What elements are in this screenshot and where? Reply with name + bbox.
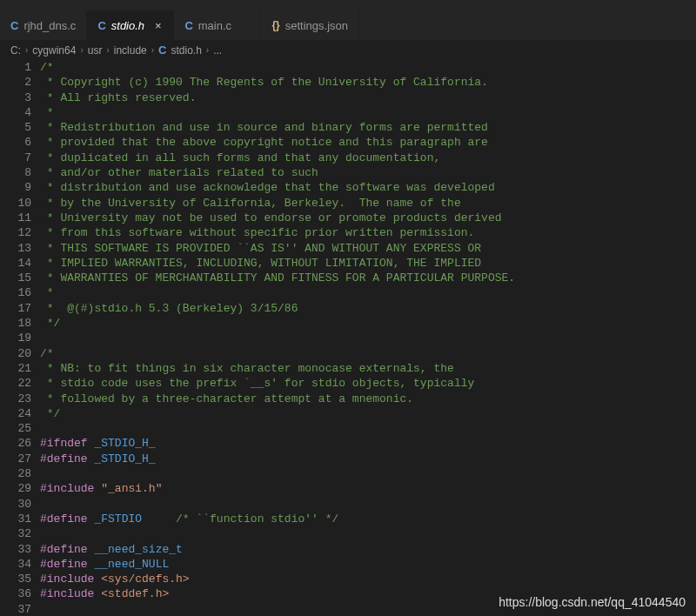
comment-text: * and/or other materials related to such (40, 166, 318, 179)
breadcrumb: C:›cygwin64›usr›include›Cstdio.h›... (0, 40, 696, 60)
preproc-keyword: #define (40, 452, 88, 465)
line-number: 32 (0, 526, 31, 541)
code-line[interactable]: * and/or other materials related to such (40, 165, 696, 180)
breadcrumb-segment[interactable]: include (114, 44, 147, 57)
code-line[interactable] (40, 497, 696, 512)
line-number: 16 (0, 285, 31, 300)
comment-text: * from this software without specific pr… (40, 226, 474, 239)
preproc-keyword: #include (40, 572, 94, 586)
line-number: 9 (0, 180, 31, 195)
c-file-icon: C (10, 19, 18, 32)
comment-text: * followed by a three-character attempt … (40, 392, 413, 405)
comment-text: * distribution and use acknowledge that … (40, 181, 495, 194)
code-line[interactable]: * (40, 285, 696, 300)
comment-text: * NB: to fit things in six character mon… (40, 362, 454, 375)
code-content[interactable]: /* * Copyright (c) 1990 The Regents of t… (40, 60, 696, 616)
line-number: 13 (0, 241, 31, 256)
chevron-right-icon: › (25, 45, 28, 55)
code-line[interactable]: * stdio code uses the prefix `__s' for s… (40, 376, 696, 391)
code-line[interactable]: #ifndef _STDIO_H_ (40, 436, 696, 451)
comment-text: * stdio code uses the prefix `__s' for s… (40, 377, 474, 390)
tab-main-c[interactable]: Cmain.c (174, 10, 261, 40)
code-line[interactable]: * IMPLIED WARRANTIES, INCLUDING, WITHOUT… (40, 256, 696, 271)
macro-ident: _STDIO_H_ (94, 437, 155, 450)
line-number: 28 (0, 466, 31, 481)
preproc-keyword: #define (40, 558, 88, 571)
comment-text: /* (40, 61, 54, 74)
code-line[interactable] (40, 331, 696, 345)
code-line[interactable]: * All rights reserved. (40, 90, 696, 105)
tab-rjhd_dns-c[interactable]: Crjhd_dns.c (0, 10, 87, 40)
comment-text: */ (40, 317, 60, 330)
macro-ident: _FSTDIO (94, 512, 142, 526)
preproc-keyword: #ifndef (40, 437, 88, 450)
code-line[interactable]: #define __need_NULL (40, 557, 696, 572)
comment-text: * @(#)stdio.h 5.3 (Berkeley) 3/15/86 (40, 302, 298, 315)
chevron-right-icon: › (106, 45, 109, 55)
tab-label: main.c (198, 19, 231, 32)
code-line[interactable]: * provided that the above copyright noti… (40, 135, 696, 150)
breadcrumb-segment[interactable]: C: (10, 44, 21, 57)
line-number: 36 (0, 586, 31, 601)
code-line[interactable]: * (40, 105, 696, 120)
code-line[interactable]: #include "_ansi.h" (40, 481, 696, 496)
include-target: <stddef.h> (101, 587, 169, 600)
editor-tabs: Crjhd_dns.cCstdio.h×Cmain.c{}settings.js… (0, 10, 696, 40)
comment-text: * University may not be used to endorse … (40, 211, 502, 224)
line-number: 17 (0, 301, 31, 316)
code-line[interactable]: * University may not be used to endorse … (40, 211, 696, 225)
chevron-right-icon: › (80, 45, 83, 55)
breadcrumb-segment[interactable]: ... (213, 44, 222, 57)
code-line[interactable]: #define __need_size_t (40, 542, 696, 557)
include-target: "_ansi.h" (101, 482, 162, 495)
line-number: 21 (0, 361, 31, 376)
code-line[interactable]: /* (40, 346, 696, 361)
code-line[interactable]: * NB: to fit things in six character mon… (40, 361, 696, 376)
code-line[interactable]: * Copyright (c) 1990 The Regents of the … (40, 75, 696, 90)
tab-settings-json[interactable]: {}settings.json (261, 10, 359, 40)
preproc-keyword: #define (40, 512, 88, 526)
code-line[interactable]: /* (40, 60, 696, 75)
breadcrumb-segment[interactable]: stdio.h (171, 44, 202, 57)
line-number: 37 (0, 602, 31, 616)
code-line[interactable]: * THIS SOFTWARE IS PROVIDED ``AS IS'' AN… (40, 241, 696, 256)
macro-ident: __need_size_t (94, 543, 182, 556)
line-number: 26 (0, 436, 31, 451)
tab-stdio-h[interactable]: Cstdio.h× (87, 10, 174, 40)
code-line[interactable]: */ (40, 316, 696, 331)
code-line[interactable] (40, 602, 696, 616)
code-line[interactable]: #include <sys/cdefs.h> (40, 572, 696, 586)
breadcrumb-segment[interactable]: cygwin64 (32, 44, 76, 57)
code-line[interactable]: */ (40, 406, 696, 421)
code-line[interactable]: * followed by a three-character attempt … (40, 392, 696, 406)
code-line[interactable] (40, 526, 696, 541)
code-line[interactable]: * WARRANTIES OF MERCHANTABILITY AND FITN… (40, 271, 696, 285)
code-line[interactable]: * @(#)stdio.h 5.3 (Berkeley) 3/15/86 (40, 301, 696, 316)
chevron-right-icon: › (151, 45, 154, 55)
code-line[interactable]: * distribution and use acknowledge that … (40, 180, 696, 195)
comment-text: * WARRANTIES OF MERCHANTABILITY AND FITN… (40, 271, 515, 285)
code-line[interactable]: * Redistribution and use in source and b… (40, 120, 696, 135)
window-titlebar (0, 0, 696, 10)
breadcrumb-segment[interactable]: usr (88, 44, 103, 57)
code-editor[interactable]: 1234567891011121314151617181920212223242… (0, 60, 696, 616)
line-number: 14 (0, 256, 31, 271)
line-number: 2 (0, 75, 31, 90)
code-line[interactable]: #define _FSTDIO /* ``function stdio'' */ (40, 512, 696, 526)
close-icon[interactable]: × (155, 19, 162, 32)
code-line[interactable]: * from this software without specific pr… (40, 225, 696, 240)
comment-text: /* (40, 347, 54, 360)
code-line[interactable]: * duplicated in all such forms and that … (40, 151, 696, 165)
code-line[interactable]: * by the University of California, Berke… (40, 196, 696, 211)
code-line[interactable]: #define _STDIO_H_ (40, 452, 696, 466)
comment-text: /* ``function stdio'' */ (176, 512, 338, 526)
include-target: <sys/cdefs.h> (101, 572, 189, 586)
preproc-keyword: #include (40, 482, 94, 495)
preproc-keyword: #define (40, 543, 88, 556)
line-number: 8 (0, 165, 31, 180)
c-file-icon: C (97, 19, 105, 32)
code-line[interactable] (40, 466, 696, 481)
comment-text: * THIS SOFTWARE IS PROVIDED ``AS IS'' AN… (40, 242, 481, 255)
code-line[interactable] (40, 421, 696, 436)
code-line[interactable]: #include <stddef.h> (40, 586, 696, 601)
